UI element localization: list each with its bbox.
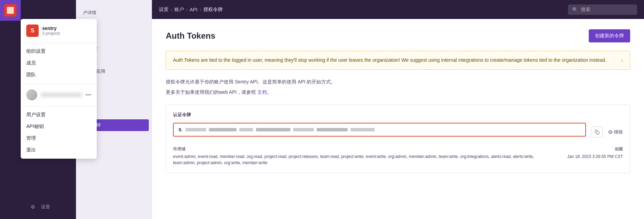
dropdown-org-avatar: S [26, 24, 39, 37]
scopes-label: 作用域 [173, 146, 551, 152]
page-title: Auth Tokens [166, 31, 215, 41]
token-meta: 作用域 event:admin, event:read, member:read… [173, 146, 623, 166]
info-text-2: 更多关于如果使用我们的web API，请参照 文档。 [166, 88, 630, 96]
dropdown-org-name: sentry [42, 26, 60, 31]
info-text-1: 授权令牌允许基于你的账户使用 Sentry API。这是简单的使用 API 的开… [166, 78, 630, 86]
copy-token-button[interactable] [592, 127, 603, 138]
dropdown-divider-2 [21, 106, 97, 106]
dropdown-item-api-keys[interactable]: API秘钥 [21, 121, 97, 132]
dropdown-user-avatar [26, 89, 37, 100]
breadcrumb-sep-3: › [200, 7, 201, 12]
search-icon: 🔍 [572, 7, 578, 12]
sidebar-logo [0, 0, 21, 21]
created-value: Jan 18, 2023 3:26:55 PM CST [554, 153, 623, 160]
token-blur-5 [293, 128, 314, 131]
breadcrumb-api[interactable]: API [190, 7, 198, 12]
dropdown-user-name [41, 93, 82, 97]
breadcrumb-account[interactable]: 账户 [174, 7, 184, 13]
created-label: 创建 [554, 146, 623, 152]
token-section-title: 认证令牌 [173, 112, 623, 118]
dropdown-item-org-settings[interactable]: 组织设置 [21, 46, 97, 57]
token-row-container: 9. [173, 123, 623, 141]
svg-rect-0 [596, 131, 599, 134]
dropdown-item-teams[interactable]: 团队 [21, 69, 97, 81]
dropdown-item-user-settings[interactable]: 用户设置 [21, 109, 97, 121]
content-header: Auth Tokens 创建新的令牌 [166, 29, 630, 42]
remove-icon: ⊖ [608, 129, 613, 135]
token-blur-4 [256, 128, 290, 131]
breadcrumb-sep-1: › [171, 7, 172, 12]
dropdown-user-row[interactable]: ••• [21, 87, 97, 103]
docs-link[interactable]: 文档 [257, 89, 267, 95]
search-box[interactable]: 🔍 搜索 [568, 4, 637, 15]
logo-icon [4, 4, 17, 17]
token-value-area [185, 128, 580, 131]
second-panel-user-detail[interactable]: 户详情 [76, 7, 152, 19]
scopes-value: event:admin, event:read, member:read, or… [173, 153, 551, 166]
breadcrumb: 设置 › 账户 › API › 授权令牌 [159, 7, 223, 13]
dropdown-org-projects: 3 projects [42, 31, 60, 36]
token-row: 9. [173, 123, 586, 137]
alert-text: Auth Tokens are tied to the logged in us… [173, 57, 606, 64]
dropdown-item-manage[interactable]: 管理 [21, 132, 97, 144]
sidebar-bottom: ⚙ 设置 [0, 195, 76, 219]
token-section: 认证令牌 9. [166, 104, 630, 173]
scopes-section: 作用域 event:admin, event:read, member:read… [173, 146, 551, 166]
alert-box: Auth Tokens are tied to the logged in us… [166, 51, 630, 70]
topbar: 设置 › 账户 › API › 授权令牌 🔍 搜索 [152, 0, 644, 19]
dropdown-org-info: sentry 3 projects [42, 26, 60, 36]
remove-label: 移除 [614, 129, 623, 135]
breadcrumb-settings[interactable]: 设置 [159, 7, 169, 13]
search-placeholder: 搜索 [581, 7, 590, 13]
token-blur-1 [185, 128, 206, 131]
content-area: Auth Tokens 创建新的令牌 Auth Tokens are tied … [152, 19, 644, 219]
dropdown-user-options-icon[interactable]: ••• [85, 92, 91, 98]
dropdown-divider [21, 83, 97, 84]
main-content: 设置 › 账户 › API › 授权令牌 🔍 搜索 Auth Tokens 创建… [152, 0, 644, 219]
settings-icon[interactable]: ⚙ [26, 200, 40, 214]
dropdown-header: S sentry 3 projects [21, 19, 97, 43]
breadcrumb-sep-2: › [186, 7, 188, 12]
alert-arrow-icon: › [621, 57, 623, 63]
dropdown-item-members[interactable]: 成员 [21, 57, 97, 69]
dropdown-item-logout[interactable]: 退出 [21, 144, 97, 156]
org-dropdown: S sentry 3 projects 组织设置 成员 团队 ••• 用户设置 … [21, 19, 97, 159]
token-blur-7 [350, 128, 375, 131]
create-token-button[interactable]: 创建新的令牌 [589, 29, 630, 42]
breadcrumb-current: 授权令牌 [203, 7, 223, 13]
token-prefix: 9. [179, 127, 183, 132]
token-blur-6 [317, 128, 348, 131]
sidebar: ⊞ ⚡ 📊 🔭 ⚙ 设置 S sentry 3 projects 组织设置 成员… [0, 0, 76, 219]
token-blur-2 [209, 128, 237, 131]
settings-label: 设置 [41, 204, 50, 210]
remove-token-button[interactable]: ⊖ 移除 [608, 129, 623, 135]
token-blur-3 [239, 128, 253, 131]
created-section: 创建 Jan 18, 2023 3:26:55 PM CST [554, 146, 623, 166]
logo-inner [7, 7, 14, 14]
